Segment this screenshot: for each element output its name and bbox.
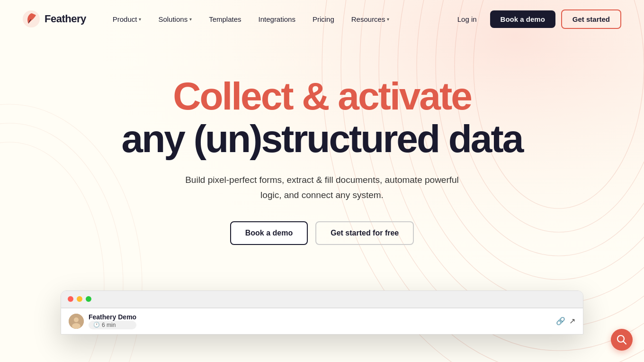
svg-line-19 (624, 342, 626, 344)
hero-headline-accent: Collect & activate (173, 74, 471, 118)
app-title-wrapper: Feathery Demo 🕐 6 min (89, 313, 136, 329)
get-started-button-nav[interactable]: Get started (561, 9, 621, 29)
clock-icon: 🕐 (93, 322, 100, 328)
window-minimize-dot (77, 296, 82, 302)
solutions-chevron-icon: ▾ (189, 17, 192, 22)
resources-chevron-icon: ▾ (387, 17, 389, 22)
nav-item-solutions[interactable]: Solutions ▾ (151, 11, 199, 27)
search-icon (617, 335, 627, 345)
svg-point-16 (74, 317, 79, 322)
app-window: Feathery Demo 🕐 6 min 🔗 ↗ (61, 290, 583, 335)
hero-subline: any (un)structured data (23, 118, 621, 159)
hero-headline: Collect & activate (23, 76, 621, 117)
avatar-svg (69, 314, 84, 329)
book-demo-button-hero[interactable]: Book a demo (230, 221, 308, 245)
navbar: Feathery Product ▾ Solutions ▾ Templates… (0, 0, 644, 38)
app-preview-section: Feathery Demo 🕐 6 min 🔗 ↗ (38, 290, 606, 335)
hero-cta-buttons: Book a demo Get started for free (23, 221, 621, 245)
logo-text: Feathery (45, 13, 86, 25)
external-link-icon[interactable]: ↗ (569, 317, 575, 326)
nav-item-product[interactable]: Product ▾ (105, 11, 149, 27)
nav-item-pricing[interactable]: Pricing (305, 11, 342, 27)
app-window-actions: 🔗 ↗ (556, 317, 575, 326)
window-topbar (61, 291, 583, 308)
chat-bubble-button[interactable] (611, 329, 633, 351)
nav-links: Product ▾ Solutions ▾ Templates Integrat… (105, 11, 450, 27)
svg-point-17 (72, 323, 80, 329)
hero-description: Build pixel-perfect forms, extract & fil… (175, 172, 469, 202)
nav-right: Log in Book a demo Get started (450, 9, 621, 29)
login-button[interactable]: Log in (450, 11, 484, 27)
window-maximize-dot (86, 296, 91, 302)
link-icon[interactable]: 🔗 (556, 317, 565, 326)
app-info-bar: Feathery Demo 🕐 6 min 🔗 ↗ (61, 308, 583, 334)
window-close-dot (68, 296, 73, 302)
nav-item-templates[interactable]: Templates (201, 11, 249, 27)
app-duration-label: 6 min (102, 322, 116, 328)
app-title: Feathery Demo (89, 313, 136, 321)
nav-item-resources[interactable]: Resources ▾ (344, 11, 397, 27)
product-chevron-icon: ▾ (139, 17, 141, 22)
app-avatar (69, 314, 84, 329)
feathery-logo-icon (23, 10, 40, 27)
hero-section: Collect & activate any (un)structured da… (0, 38, 644, 290)
logo-link[interactable]: Feathery (23, 10, 86, 27)
nav-item-integrations[interactable]: Integrations (251, 11, 303, 27)
book-demo-button-nav[interactable]: Book a demo (490, 10, 555, 28)
get-started-free-button-hero[interactable]: Get started for free (315, 221, 414, 245)
app-duration-badge: 🕐 6 min (89, 321, 136, 329)
